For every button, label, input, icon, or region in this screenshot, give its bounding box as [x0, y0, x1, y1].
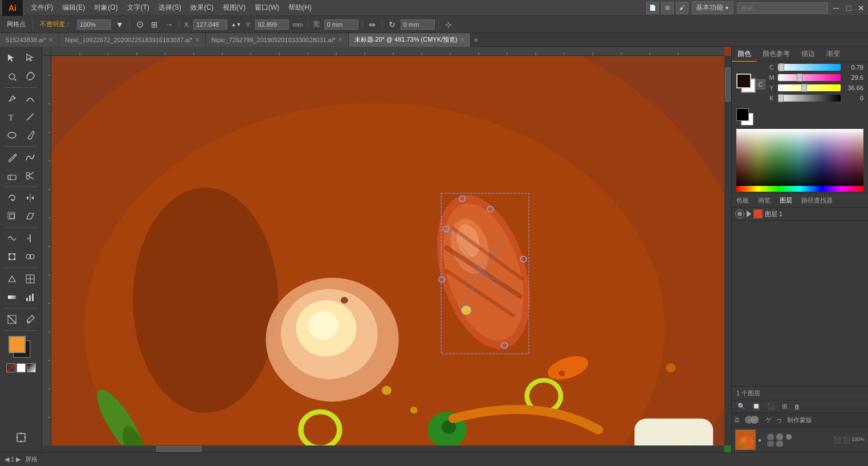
warp-tool[interactable] — [3, 229, 21, 248]
width-tool[interactable] — [21, 229, 39, 248]
free-transform-tool[interactable] — [3, 248, 21, 266]
scale-tool[interactable] — [3, 207, 21, 225]
prev-artboard-btn[interactable]: ◀ — [5, 456, 9, 463]
search-input[interactable] — [737, 2, 828, 14]
menu-window[interactable]: 窗口(W) — [250, 1, 284, 15]
rotate-icon[interactable]: ↻ — [386, 18, 398, 31]
color-ref-tab[interactable]: 颜色参考 — [757, 47, 796, 61]
path-btn-3[interactable]: 制作蒙版 — [785, 415, 814, 425]
vertical-scrollbar-thumb[interactable] — [725, 67, 731, 102]
stroke-tab[interactable]: 描边 — [796, 47, 821, 61]
vertical-scrollbar[interactable] — [724, 56, 731, 445]
y-input[interactable] — [255, 19, 289, 30]
tab-2[interactable]: Nipic_7262799_20190920103330028031.ai* ✕ — [206, 33, 349, 47]
menu-view[interactable]: 视图(V) — [218, 1, 250, 15]
target-icon[interactable]: ⊙ — [133, 18, 146, 31]
reflect-tool[interactable] — [21, 189, 39, 207]
slice-tool[interactable] — [3, 310, 21, 329]
tab-more-button[interactable]: » — [471, 36, 482, 44]
close-button[interactable]: ✕ — [857, 3, 866, 13]
none-swatch[interactable] — [6, 363, 15, 372]
perspective-tool[interactable] — [3, 270, 21, 288]
layer-action-2[interactable]: ⬛ — [842, 436, 850, 444]
rotate-tool[interactable] — [3, 189, 21, 207]
tab-close-0[interactable]: ✕ — [48, 37, 53, 43]
pen-tool[interactable] — [3, 90, 21, 108]
toolbar-grid[interactable]: 网格点 — [3, 19, 29, 30]
panel-swatch-tab[interactable]: 色板 — [732, 194, 753, 207]
black-swatch-panel[interactable] — [736, 108, 749, 121]
tab-3[interactable]: 未标题-20* @ 481.73% (CMYK/预览) ✕ — [349, 33, 471, 47]
pencil-tool[interactable] — [3, 148, 21, 167]
eyedropper-tool[interactable] — [21, 310, 39, 329]
menu-text[interactable]: 文字(T) — [123, 1, 154, 15]
layer-add-icon[interactable]: 🔍 — [735, 402, 748, 411]
magic-wand-tool[interactable] — [3, 67, 21, 86]
minimize-button[interactable]: ─ — [832, 3, 841, 13]
w-input[interactable] — [324, 19, 358, 30]
m-thumb[interactable] — [797, 74, 802, 82]
canvas-area[interactable] — [42, 47, 731, 452]
chart-tool[interactable] — [21, 288, 39, 306]
tab-1[interactable]: Nipic_10922672_20200225183916183037.ai* … — [59, 33, 206, 47]
path-btn-2[interactable]: ゥ — [775, 415, 784, 425]
y-thumb[interactable] — [801, 84, 807, 92]
gradient-tool[interactable] — [3, 288, 21, 306]
panel-layers-tab[interactable]: 图层 — [775, 194, 797, 207]
menu-select[interactable]: 选择(S) — [154, 1, 186, 15]
type-tool[interactable]: T — [3, 108, 21, 126]
visibility-toggle[interactable] — [735, 209, 744, 218]
menu-effect[interactable]: 效果(C) — [186, 1, 218, 15]
path-btn-1[interactable]: ゲ — [764, 415, 773, 425]
play-icon[interactable] — [747, 210, 751, 217]
curvature-tool[interactable] — [21, 90, 39, 108]
line-tool[interactable] — [21, 108, 39, 126]
transform-icon[interactable]: ⊞ — [148, 18, 161, 31]
shear-tool[interactable] — [21, 207, 39, 225]
rotate-input[interactable] — [401, 19, 435, 30]
c-slider[interactable] — [778, 64, 841, 71]
select-tool[interactable] — [3, 49, 21, 67]
scissors-tool[interactable] — [21, 167, 39, 185]
opacity-arrow[interactable]: ▼ — [113, 18, 126, 31]
tab-close-3[interactable]: ✕ — [460, 37, 464, 43]
color-tab[interactable]: 颜色 — [732, 47, 757, 62]
layer-search-icon[interactable]: 🔲 — [750, 402, 763, 411]
shape-builder-tool[interactable] — [21, 248, 39, 266]
link-icon[interactable]: ⇔ — [366, 18, 378, 31]
layer-color-chip[interactable] — [753, 209, 763, 218]
paintbrush-tool[interactable] — [21, 126, 39, 144]
menu-edit[interactable]: 编辑(E) — [58, 1, 89, 15]
opacity-input[interactable] — [77, 19, 111, 30]
m-slider[interactable] — [778, 74, 841, 81]
smooth-tool[interactable] — [21, 148, 39, 167]
lasso-tool[interactable] — [21, 67, 39, 86]
layer-action-3[interactable]: 100% — [851, 436, 865, 444]
horizontal-scrollbar[interactable] — [42, 445, 724, 452]
artboard-tool[interactable] — [12, 428, 30, 447]
x-input[interactable] — [193, 19, 227, 30]
menu-help[interactable]: 帮助(H) — [284, 1, 316, 15]
k-slider[interactable] — [778, 95, 841, 102]
y-slider[interactable] — [778, 84, 841, 91]
tab-0[interactable]: 515243838.ai* ✕ — [0, 33, 59, 47]
mesh-tool[interactable] — [21, 270, 39, 288]
workspace-selector[interactable]: 基本功能 ▼ — [692, 1, 733, 14]
ellipse-tool[interactable] — [3, 126, 21, 144]
horizontal-scrollbar-thumb[interactable] — [156, 446, 202, 452]
layer-settings-icon[interactable]: ⬛ — [765, 402, 777, 411]
arrow-right-icon[interactable]: → — [163, 18, 176, 31]
maximize-button[interactable]: □ — [844, 3, 853, 13]
foreground-color-swatch[interactable] — [9, 336, 26, 353]
c-thumb[interactable] — [779, 63, 784, 71]
menu-file[interactable]: 文件(F) — [26, 1, 58, 15]
transform2-icon[interactable]: ⊹ — [442, 18, 455, 31]
color-spectrum-area[interactable] — [736, 129, 863, 192]
next-artboard-btn[interactable]: ▶ — [16, 456, 21, 463]
tab-close-2[interactable]: ✕ — [338, 37, 343, 43]
cmyk-mode-icon[interactable]: C — [755, 79, 765, 90]
layer-duplicate-icon[interactable]: ⊞ — [780, 402, 789, 411]
tab-close-1[interactable]: ✕ — [195, 37, 199, 43]
k-thumb[interactable] — [778, 94, 784, 102]
fg-swatch-color[interactable] — [736, 74, 751, 88]
